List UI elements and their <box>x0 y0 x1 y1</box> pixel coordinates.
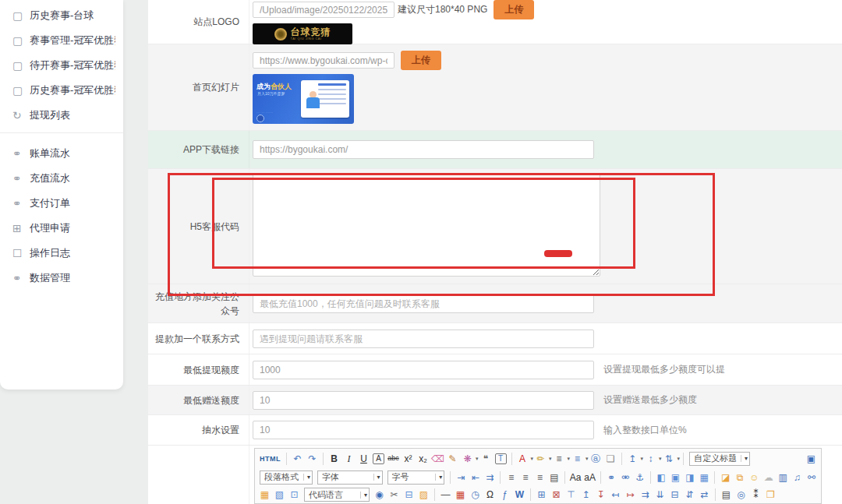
unordered-list-icon[interactable]: ≡ <box>570 452 585 466</box>
min-withdraw-input[interactable] <box>253 361 594 379</box>
redo-icon[interactable]: ↷ <box>305 452 320 466</box>
split-cols-icon[interactable]: ⇄ <box>697 488 712 502</box>
align-left-icon[interactable]: ≡ <box>504 471 518 485</box>
sidebar-item-operation-log[interactable]: ☐操作日志 <box>0 241 123 266</box>
delete-row-icon[interactable]: ↧ <box>593 488 608 502</box>
insert-table-icon[interactable]: ⊞ <box>534 488 549 502</box>
align-right-icon[interactable]: ≡ <box>532 471 547 485</box>
paste-text-icon[interactable]: T <box>495 453 507 464</box>
html-source-button[interactable]: HTML <box>257 455 283 463</box>
word-image-icon[interactable]: W <box>512 488 527 502</box>
font-color-icon[interactable]: A <box>515 452 530 466</box>
slider-url-input[interactable] <box>253 52 394 69</box>
image-inline-icon[interactable]: ▣ <box>668 471 682 485</box>
sidebar-item-match-manage-champion[interactable]: ▢赛事管理-冠军优胜猜 <box>0 28 123 53</box>
formula-icon[interactable]: ƒ <box>497 488 512 502</box>
image-float-right-icon[interactable]: ◨ <box>683 471 697 485</box>
time-icon[interactable]: ◷ <box>468 488 483 502</box>
page-break-icon[interactable]: ✂ <box>387 488 402 502</box>
split-rows-icon[interactable]: ⇵ <box>682 488 697 502</box>
image-album-icon[interactable]: ▧ <box>272 488 287 502</box>
recharge-notice-input[interactable] <box>253 294 594 313</box>
custom-title-select[interactable]: 自定义标题▾ <box>689 452 750 466</box>
strikethrough-icon[interactable]: abc <box>386 452 401 466</box>
blockquote-icon[interactable]: ❝ <box>479 452 494 466</box>
snippet-icon[interactable]: ❐ <box>763 488 778 502</box>
sidebar-item-bill-flow[interactable]: ⚭账单流水 <box>0 141 123 166</box>
superscript-icon[interactable]: x² <box>401 452 416 466</box>
image-center-icon[interactable]: ▦ <box>697 471 711 485</box>
sidebar-item-withdraw-list[interactable]: ↻提现列表 <box>0 103 123 128</box>
space-middle-icon[interactable]: ↕ <box>643 452 658 466</box>
format-painter-icon[interactable]: ✎ <box>445 452 460 466</box>
font-size-select[interactable]: 字号▾ <box>387 471 445 485</box>
screen-capture-icon[interactable]: ☁ <box>762 471 776 485</box>
attachment-icon[interactable]: ⚯ <box>805 471 819 485</box>
insert-frame-icon[interactable]: ⊡ <box>287 488 302 502</box>
withdraw-contact-input[interactable] <box>253 330 594 348</box>
remove-format-icon[interactable]: ⌫ <box>430 452 445 466</box>
indent-ltr-icon[interactable]: ⇥ <box>454 471 468 485</box>
new-page-icon[interactable]: ❏ <box>603 452 618 466</box>
sidebar-item-payment-orders[interactable]: ⚭支付订单 <box>0 191 123 216</box>
site-logo-input[interactable] <box>253 2 394 18</box>
insert-music-icon[interactable]: ♫ <box>790 471 804 485</box>
sidebar-item-data-manage[interactable]: ⚭数据管理 <box>0 266 123 291</box>
first-line-indent-icon[interactable]: ⇉ <box>483 471 497 485</box>
sidebar-item-recharge-flow[interactable]: ⚭充值流水 <box>0 166 123 191</box>
align-center-icon[interactable]: ≡ <box>518 471 532 485</box>
sidebar-item-upcoming-champion[interactable]: ▢待开赛事-冠军优胜猜 <box>0 53 123 78</box>
anchor-icon[interactable]: ⚓ <box>633 471 647 485</box>
line-height-icon[interactable]: ⇅ <box>662 452 677 466</box>
paint-more-icon[interactable]: ❋ <box>460 452 475 466</box>
insert-image-icon[interactable]: ◪ <box>718 471 732 485</box>
template-icon[interactable]: ⊟ <box>402 488 416 502</box>
insert-row-icon[interactable]: ↥ <box>578 488 593 502</box>
italic-icon[interactable]: I <box>341 452 356 466</box>
border-text-icon[interactable]: A <box>373 453 384 464</box>
delete-col-icon[interactable]: ↦ <box>623 488 638 502</box>
back-color-icon[interactable]: ✏ <box>533 452 548 466</box>
horizontal-rule-icon[interactable]: — <box>438 488 453 502</box>
chevron-down-icon[interactable]: ▾ <box>476 456 479 462</box>
upload-logo-button[interactable]: 上传 <box>494 0 534 19</box>
search-replace-icon[interactable]: ⁑ <box>748 488 763 502</box>
h5-service-code-textarea[interactable] <box>253 173 600 277</box>
image-float-left-icon[interactable]: ◧ <box>654 471 668 485</box>
subscript-icon[interactable]: x₂ <box>416 452 430 466</box>
sidebar-item-history-billiards[interactable]: ▢历史赛事-台球 <box>0 3 123 28</box>
uppercase-icon[interactable]: Aa <box>568 471 582 485</box>
font-family-select[interactable]: 字体▾ <box>317 471 383 485</box>
ordered-list-icon[interactable]: ≡ <box>552 452 567 466</box>
paragraph-format-select[interactable]: 段落格式▾ <box>260 471 313 485</box>
anchor-text-icon[interactable]: ⓐ <box>589 452 603 466</box>
chevron-down-icon[interactable]: ▾ <box>677 456 681 462</box>
merge-right-icon[interactable]: ⇉ <box>638 488 653 502</box>
upload-slider-button[interactable]: 上传 <box>401 51 441 70</box>
insert-code-icon[interactable]: ◉ <box>372 488 387 502</box>
merge-cells-icon[interactable]: ⊟ <box>667 488 682 502</box>
code-language-select[interactable]: 代码语言▾ <box>304 488 370 502</box>
sidebar-item-agent-apply[interactable]: ⊞代理申请 <box>0 216 123 241</box>
align-justify-icon[interactable]: ▤ <box>547 471 561 485</box>
emotion-icon[interactable]: ☺ <box>747 471 761 485</box>
image-manager-icon[interactable]: ⧉ <box>733 471 747 485</box>
insert-col-icon[interactable]: ↤ <box>608 488 623 502</box>
insert-video-icon[interactable]: ▥ <box>776 471 790 485</box>
bold-icon[interactable]: B <box>327 452 341 466</box>
fullscreen-icon[interactable]: ▣ <box>804 452 819 466</box>
underline-icon[interactable]: U <box>356 452 371 466</box>
background-icon[interactable]: ▨ <box>416 488 431 502</box>
link-icon[interactable]: ⚭ <box>604 471 618 485</box>
merge-down-icon[interactable]: ⇊ <box>653 488 667 502</box>
print-icon[interactable]: ▤ <box>719 488 734 502</box>
date-icon[interactable]: ▦ <box>453 488 468 502</box>
undo-icon[interactable]: ↶ <box>290 452 305 466</box>
sidebar-item-history-champion[interactable]: ▢历史赛事-冠军优胜猜 <box>0 78 123 103</box>
indent-rtl-icon[interactable]: ⇤ <box>469 471 483 485</box>
special-char-icon[interactable]: Ω <box>483 488 497 502</box>
chart-icon[interactable]: ▦ <box>257 488 272 502</box>
unlink-icon[interactable]: ⚮ <box>618 471 632 485</box>
preview-icon[interactable]: ◎ <box>734 488 748 502</box>
space-top-icon[interactable]: ↥ <box>625 452 640 466</box>
